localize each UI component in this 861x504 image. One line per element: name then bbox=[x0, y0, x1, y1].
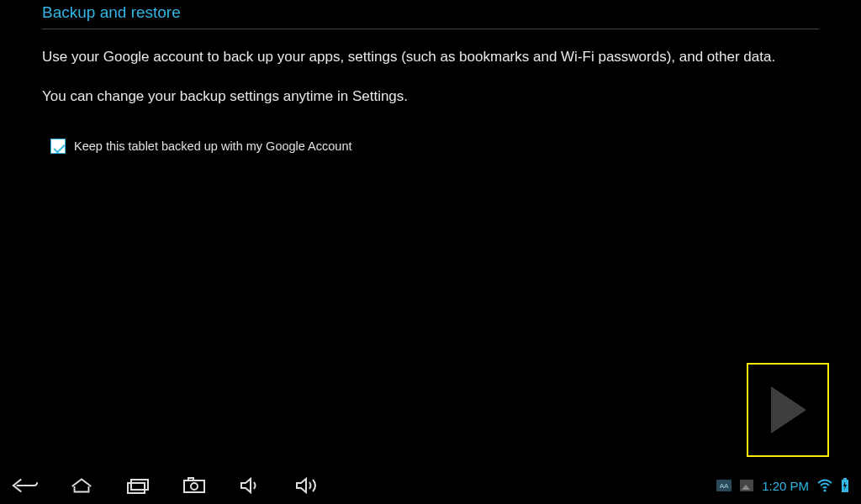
volume-up-icon bbox=[293, 476, 320, 495]
page-title: Backup and restore bbox=[42, 3, 819, 29]
home-button[interactable] bbox=[68, 475, 95, 496]
aa-icon: AA bbox=[716, 480, 732, 491]
image-notification[interactable] bbox=[740, 480, 753, 491]
home-icon bbox=[68, 476, 95, 495]
volume-down-button[interactable] bbox=[237, 475, 264, 496]
recents-button[interactable] bbox=[124, 475, 151, 496]
checkbox-label: Keep this tablet backed up with my Googl… bbox=[74, 139, 351, 153]
screenshot-button[interactable] bbox=[181, 475, 208, 496]
wifi-icon bbox=[817, 479, 832, 492]
keyboard-indicator[interactable]: AA bbox=[716, 480, 732, 491]
svg-rect-8 bbox=[843, 478, 847, 480]
wifi-indicator[interactable] bbox=[817, 479, 832, 492]
back-icon bbox=[12, 476, 39, 495]
volume-down-icon bbox=[238, 476, 263, 495]
description-line-1: Use your Google account to back up your … bbox=[42, 46, 819, 68]
svg-rect-4 bbox=[188, 478, 193, 480]
back-button[interactable] bbox=[12, 475, 39, 496]
system-navbar: AA 1:20 PM bbox=[0, 467, 861, 504]
recents-icon bbox=[124, 476, 151, 495]
backup-checkbox-row[interactable]: Keep this tablet backed up with my Googl… bbox=[42, 139, 819, 154]
battery-indicator[interactable] bbox=[841, 478, 849, 493]
svg-point-5 bbox=[191, 483, 198, 490]
next-button[interactable] bbox=[747, 363, 829, 457]
description-line-2: You can change your backup settings anyt… bbox=[42, 88, 819, 105]
svg-point-6 bbox=[824, 490, 827, 492]
status-clock[interactable]: 1:20 PM bbox=[762, 479, 809, 493]
image-icon bbox=[740, 480, 753, 491]
camera-icon bbox=[182, 476, 207, 495]
checkbox-icon[interactable] bbox=[50, 139, 66, 154]
volume-up-button[interactable] bbox=[293, 475, 320, 496]
play-icon bbox=[766, 383, 810, 437]
battery-charging-icon bbox=[841, 478, 849, 493]
svg-marker-0 bbox=[771, 386, 806, 433]
